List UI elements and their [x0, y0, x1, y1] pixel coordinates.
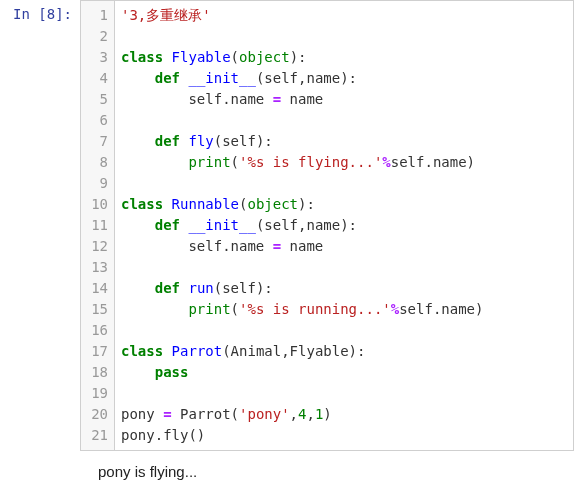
code-line[interactable]: pass: [121, 362, 567, 383]
line-number: 5: [81, 89, 108, 110]
line-number: 14: [81, 278, 108, 299]
code-line[interactable]: pony = Parrot('pony',4,1): [121, 404, 567, 425]
line-number: 2: [81, 26, 108, 47]
code-line[interactable]: class Parrot(Animal,Flyable):: [121, 341, 567, 362]
line-number: 3: [81, 47, 108, 68]
line-number: 11: [81, 215, 108, 236]
code-line[interactable]: print('%s is running...'%self.name): [121, 299, 567, 320]
code-line[interactable]: [121, 26, 567, 47]
line-number: 16: [81, 320, 108, 341]
code-cell: In [8]: 12345678910111213141516171819202…: [0, 0, 574, 451]
line-number: 9: [81, 173, 108, 194]
code-editor[interactable]: '3,多重继承' class Flyable(object): def __in…: [115, 1, 573, 450]
line-number: 21: [81, 425, 108, 446]
line-number: 17: [81, 341, 108, 362]
line-number: 1: [81, 5, 108, 26]
line-number: 15: [81, 299, 108, 320]
code-line[interactable]: def __init__(self,name):: [121, 68, 567, 89]
line-number: 10: [81, 194, 108, 215]
line-number: 13: [81, 257, 108, 278]
code-line[interactable]: pony.fly(): [121, 425, 567, 446]
line-number: 19: [81, 383, 108, 404]
code-line[interactable]: [121, 110, 567, 131]
code-line[interactable]: class Flyable(object):: [121, 47, 567, 68]
input-area[interactable]: 123456789101112131415161718192021 '3,多重继…: [80, 0, 574, 451]
code-line[interactable]: print('%s is flying...'%self.name): [121, 152, 567, 173]
cell-output: pony is flying...: [94, 451, 574, 484]
line-number: 20: [81, 404, 108, 425]
line-number-gutter: 123456789101112131415161718192021: [81, 1, 115, 450]
code-line[interactable]: [121, 320, 567, 341]
code-line[interactable]: def run(self):: [121, 278, 567, 299]
line-number: 4: [81, 68, 108, 89]
line-number: 8: [81, 152, 108, 173]
code-line[interactable]: [121, 173, 567, 194]
code-line[interactable]: def fly(self):: [121, 131, 567, 152]
code-line[interactable]: [121, 383, 567, 404]
line-number: 12: [81, 236, 108, 257]
line-number: 6: [81, 110, 108, 131]
code-line[interactable]: '3,多重继承': [121, 5, 567, 26]
code-line[interactable]: self.name = name: [121, 236, 567, 257]
code-line[interactable]: self.name = name: [121, 89, 567, 110]
line-number: 7: [81, 131, 108, 152]
code-line[interactable]: [121, 257, 567, 278]
input-prompt: In [8]:: [0, 0, 80, 451]
line-number: 18: [81, 362, 108, 383]
code-line[interactable]: class Runnable(object):: [121, 194, 567, 215]
code-line[interactable]: def __init__(self,name):: [121, 215, 567, 236]
